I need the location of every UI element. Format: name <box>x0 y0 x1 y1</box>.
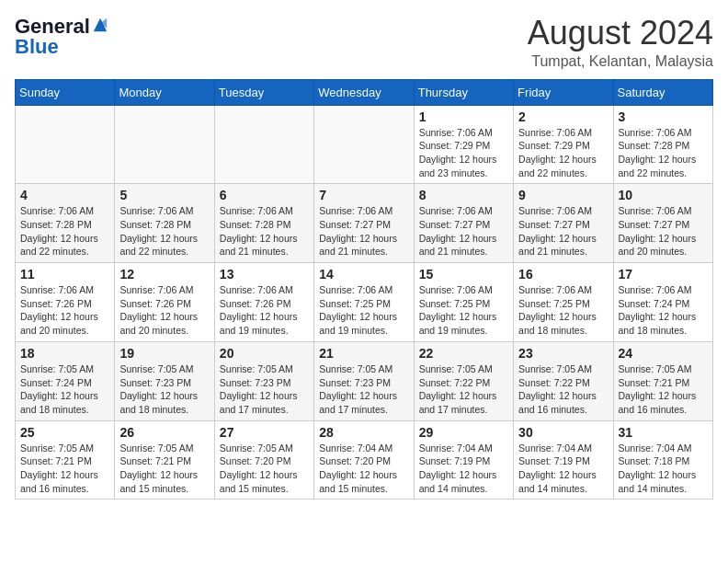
day-number: 14 <box>319 267 408 282</box>
day-number: 15 <box>419 267 508 282</box>
calendar-cell: 17Sunrise: 7:06 AM Sunset: 7:24 PM Dayli… <box>613 263 712 342</box>
calendar-week-row: 18Sunrise: 7:05 AM Sunset: 7:24 PM Dayli… <box>16 341 713 420</box>
day-number: 10 <box>619 188 708 202</box>
calendar-week-row: 11Sunrise: 7:06 AM Sunset: 7:26 PM Dayli… <box>16 263 713 342</box>
day-info: Sunrise: 7:06 AM Sunset: 7:28 PM Dayligh… <box>619 126 708 180</box>
day-number: 31 <box>619 425 708 440</box>
calendar-cell: 29Sunrise: 7:04 AM Sunset: 7:19 PM Dayli… <box>414 420 513 500</box>
day-of-week-header: Thursday <box>414 79 513 105</box>
day-of-week-header: Wednesday <box>314 79 414 105</box>
calendar-cell: 25Sunrise: 7:05 AM Sunset: 7:21 PM Dayli… <box>16 420 115 500</box>
day-info: Sunrise: 7:04 AM Sunset: 7:20 PM Dayligh… <box>319 442 408 496</box>
calendar-cell: 14Sunrise: 7:06 AM Sunset: 7:25 PM Dayli… <box>314 263 414 342</box>
day-info: Sunrise: 7:06 AM Sunset: 7:25 PM Dayligh… <box>518 283 608 338</box>
calendar-cell: 1Sunrise: 7:06 AM Sunset: 7:29 PM Daylig… <box>414 105 513 184</box>
day-of-week-header: Tuesday <box>214 79 313 105</box>
day-info: Sunrise: 7:06 AM Sunset: 7:26 PM Dayligh… <box>119 283 209 338</box>
day-info: Sunrise: 7:06 AM Sunset: 7:29 PM Dayligh… <box>518 126 608 180</box>
day-number: 29 <box>419 425 508 440</box>
calendar-cell: 2Sunrise: 7:06 AM Sunset: 7:29 PM Daylig… <box>514 105 613 184</box>
calendar-cell: 19Sunrise: 7:05 AM Sunset: 7:23 PM Dayli… <box>115 341 214 420</box>
main-title: August 2024 <box>528 15 713 52</box>
day-number: 3 <box>619 109 708 124</box>
day-number: 12 <box>119 267 209 282</box>
day-info: Sunrise: 7:06 AM Sunset: 7:26 PM Dayligh… <box>20 283 109 338</box>
calendar-cell: 31Sunrise: 7:04 AM Sunset: 7:18 PM Dayli… <box>613 420 712 500</box>
day-number: 22 <box>419 346 508 361</box>
day-number: 28 <box>319 425 408 440</box>
header: General Blue August 2024 Tumpat, Kelanta… <box>15 15 713 70</box>
calendar-cell: 6Sunrise: 7:06 AM Sunset: 7:28 PM Daylig… <box>214 184 313 263</box>
day-info: Sunrise: 7:05 AM Sunset: 7:21 PM Dayligh… <box>619 362 708 417</box>
day-info: Sunrise: 7:05 AM Sunset: 7:23 PM Dayligh… <box>220 362 309 417</box>
calendar-cell: 3Sunrise: 7:06 AM Sunset: 7:28 PM Daylig… <box>613 105 712 184</box>
calendar-cell: 23Sunrise: 7:05 AM Sunset: 7:22 PM Dayli… <box>514 341 613 420</box>
calendar-cell: 9Sunrise: 7:06 AM Sunset: 7:27 PM Daylig… <box>514 184 613 263</box>
calendar-cell: 18Sunrise: 7:05 AM Sunset: 7:24 PM Dayli… <box>16 341 115 420</box>
day-of-week-header: Sunday <box>16 79 115 105</box>
day-number: 13 <box>220 267 309 282</box>
day-number: 4 <box>20 188 109 202</box>
day-info: Sunrise: 7:05 AM Sunset: 7:21 PM Dayligh… <box>119 442 209 496</box>
calendar-cell: 22Sunrise: 7:05 AM Sunset: 7:22 PM Dayli… <box>414 341 513 420</box>
calendar-cell: 10Sunrise: 7:06 AM Sunset: 7:27 PM Dayli… <box>613 184 712 263</box>
day-info: Sunrise: 7:05 AM Sunset: 7:23 PM Dayligh… <box>319 362 408 417</box>
day-info: Sunrise: 7:06 AM Sunset: 7:26 PM Dayligh… <box>220 283 309 338</box>
calendar-cell: 7Sunrise: 7:06 AM Sunset: 7:27 PM Daylig… <box>314 184 414 263</box>
day-info: Sunrise: 7:06 AM Sunset: 7:25 PM Dayligh… <box>319 283 408 338</box>
day-info: Sunrise: 7:06 AM Sunset: 7:25 PM Dayligh… <box>419 283 508 338</box>
calendar-cell <box>115 105 214 184</box>
title-area: August 2024 Tumpat, Kelantan, Malaysia <box>528 15 713 70</box>
day-info: Sunrise: 7:05 AM Sunset: 7:23 PM Dayligh… <box>119 362 209 417</box>
day-number: 20 <box>220 346 309 361</box>
calendar-cell: 20Sunrise: 7:05 AM Sunset: 7:23 PM Dayli… <box>214 341 313 420</box>
calendar-cell: 8Sunrise: 7:06 AM Sunset: 7:27 PM Daylig… <box>414 184 513 263</box>
calendar-cell: 15Sunrise: 7:06 AM Sunset: 7:25 PM Dayli… <box>414 263 513 342</box>
calendar-cell: 16Sunrise: 7:06 AM Sunset: 7:25 PM Dayli… <box>514 263 613 342</box>
calendar-week-row: 25Sunrise: 7:05 AM Sunset: 7:21 PM Dayli… <box>16 420 713 500</box>
day-info: Sunrise: 7:04 AM Sunset: 7:19 PM Dayligh… <box>419 442 508 496</box>
day-info: Sunrise: 7:04 AM Sunset: 7:18 PM Dayligh… <box>619 442 708 496</box>
day-info: Sunrise: 7:06 AM Sunset: 7:28 PM Dayligh… <box>20 204 109 259</box>
day-number: 24 <box>619 346 708 361</box>
calendar-week-row: 1Sunrise: 7:06 AM Sunset: 7:29 PM Daylig… <box>16 105 713 184</box>
day-info: Sunrise: 7:04 AM Sunset: 7:19 PM Dayligh… <box>518 442 608 496</box>
day-number: 19 <box>119 346 209 361</box>
day-info: Sunrise: 7:06 AM Sunset: 7:27 PM Dayligh… <box>419 204 508 259</box>
day-number: 11 <box>20 267 109 282</box>
logo: General Blue <box>15 15 108 55</box>
calendar-cell: 4Sunrise: 7:06 AM Sunset: 7:28 PM Daylig… <box>16 184 115 263</box>
calendar-week-row: 4Sunrise: 7:06 AM Sunset: 7:28 PM Daylig… <box>16 184 713 263</box>
day-info: Sunrise: 7:06 AM Sunset: 7:28 PM Dayligh… <box>220 204 309 259</box>
day-of-week-header: Friday <box>514 79 613 105</box>
day-number: 7 <box>319 188 408 202</box>
day-info: Sunrise: 7:05 AM Sunset: 7:20 PM Dayligh… <box>220 442 309 496</box>
day-number: 26 <box>119 425 209 440</box>
calendar-cell <box>16 105 115 184</box>
day-info: Sunrise: 7:05 AM Sunset: 7:22 PM Dayligh… <box>419 362 508 417</box>
day-of-week-header: Monday <box>115 79 214 105</box>
calendar-cell: 12Sunrise: 7:06 AM Sunset: 7:26 PM Dayli… <box>115 263 214 342</box>
calendar-cell: 28Sunrise: 7:04 AM Sunset: 7:20 PM Dayli… <box>314 420 414 500</box>
logo-icon <box>92 17 108 33</box>
day-number: 30 <box>518 425 608 440</box>
day-number: 18 <box>20 346 109 361</box>
subtitle: Tumpat, Kelantan, Malaysia <box>528 53 713 70</box>
day-number: 27 <box>220 425 309 440</box>
day-number: 9 <box>518 188 608 202</box>
day-number: 23 <box>518 346 608 361</box>
calendar-cell <box>214 105 313 184</box>
day-number: 2 <box>518 109 608 124</box>
day-info: Sunrise: 7:06 AM Sunset: 7:27 PM Dayligh… <box>518 204 608 259</box>
logo-blue: Blue <box>15 39 108 55</box>
day-info: Sunrise: 7:06 AM Sunset: 7:28 PM Dayligh… <box>119 204 209 259</box>
day-number: 25 <box>20 425 109 440</box>
day-info: Sunrise: 7:06 AM Sunset: 7:24 PM Dayligh… <box>619 283 708 338</box>
calendar-cell: 26Sunrise: 7:05 AM Sunset: 7:21 PM Dayli… <box>115 420 214 500</box>
calendar-cell: 13Sunrise: 7:06 AM Sunset: 7:26 PM Dayli… <box>214 263 313 342</box>
day-info: Sunrise: 7:05 AM Sunset: 7:24 PM Dayligh… <box>20 362 109 417</box>
day-number: 21 <box>319 346 408 361</box>
day-info: Sunrise: 7:06 AM Sunset: 7:27 PM Dayligh… <box>319 204 408 259</box>
day-number: 1 <box>419 109 508 124</box>
day-info: Sunrise: 7:06 AM Sunset: 7:29 PM Dayligh… <box>419 126 508 180</box>
